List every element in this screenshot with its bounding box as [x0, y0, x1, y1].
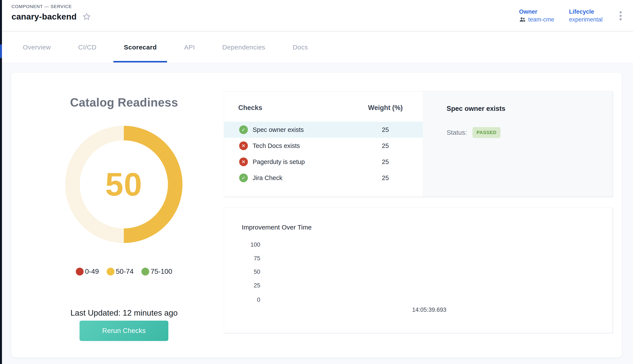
- favorite-star-icon[interactable]: [82, 12, 91, 21]
- check-circle-icon: ✓: [239, 126, 248, 134]
- page-title: canary-backend: [12, 12, 77, 22]
- scorecard-card: Catalog Readiness 50 0-49 50-74 75-100 L…: [11, 73, 622, 358]
- lifecycle-value: experimental: [569, 16, 602, 24]
- check-circle-icon: ✓: [239, 174, 248, 182]
- legend-dot-red: [76, 268, 84, 276]
- tab-dependencies[interactable]: Dependencies: [212, 32, 276, 62]
- kebab-menu-icon[interactable]: [617, 10, 624, 22]
- status-badge: PASSED: [473, 127, 500, 138]
- owner-label: Owner: [519, 8, 554, 15]
- x-circle-icon: ✕: [239, 158, 248, 166]
- legend-dot-green: [141, 268, 149, 276]
- legend-item-mid: 50-74: [107, 268, 134, 276]
- last-updated-text: Last Updated: 12 minutes ago: [11, 308, 237, 318]
- lifecycle-label: Lifecycle: [569, 8, 602, 15]
- improvement-chart-panel: Improvement Over Time 100 75 50 25 0 14:…: [224, 207, 612, 333]
- checks-table-header: Checks Weight (%): [224, 104, 423, 115]
- tab-overview[interactable]: Overview: [12, 32, 61, 62]
- chart-title: Improvement Over Time: [242, 224, 312, 231]
- legend-item-high: 75-100: [141, 268, 172, 276]
- active-tab-underline: [113, 61, 167, 62]
- score-gauge: 50: [65, 126, 182, 243]
- check-row-jira[interactable]: ✓ Jira Check 25: [224, 170, 423, 186]
- y-axis-tick: 100: [224, 241, 260, 248]
- legend-item-low: 0-49: [76, 268, 99, 276]
- scorecard-title: Catalog Readiness: [11, 96, 237, 109]
- checks-table: ✓ Spec owner exists 25 ✕ Tech Docs exist…: [224, 122, 423, 186]
- tab-cicd[interactable]: CI/CD: [68, 32, 107, 62]
- users-icon: [519, 16, 526, 23]
- lifecycle-block: Lifecycle experimental: [569, 8, 602, 24]
- y-axis-tick: 0: [224, 296, 260, 303]
- checks-panel: Spec owner exists Status: PASSED Checks …: [224, 91, 612, 197]
- score-value: 50: [65, 126, 182, 243]
- y-axis-tick: 50: [224, 268, 260, 275]
- y-axis-tick: 25: [224, 282, 260, 289]
- entity-tabs: Overview CI/CD Scorecard API Dependencie…: [2, 32, 633, 62]
- weight-column-header: Weight (%): [353, 104, 418, 112]
- tab-api[interactable]: API: [173, 32, 205, 62]
- check-detail-panel: Spec owner exists Status: PASSED: [423, 91, 612, 196]
- rerun-checks-button[interactable]: Rerun Checks: [80, 320, 168, 341]
- x-axis-tick: 14:05:39.693: [386, 306, 473, 313]
- entity-header: COMPONENT — SERVICE canary-backend Owner…: [2, 0, 633, 32]
- check-row-pagerduty[interactable]: ✕ Pagerduty is setup 25: [224, 154, 423, 170]
- check-row-tech-docs[interactable]: ✕ Tech Docs exists 25: [224, 138, 423, 154]
- status-label: Status:: [447, 129, 467, 136]
- sidebar-active-indicator: [0, 44, 2, 58]
- sidebar-rail: [0, 0, 2, 364]
- y-axis-tick: 75: [224, 255, 260, 262]
- tab-scorecard[interactable]: Scorecard: [113, 32, 167, 62]
- score-legend: 0-49 50-74 75-100: [11, 268, 237, 276]
- breadcrumb: COMPONENT — SERVICE: [12, 4, 91, 9]
- check-row-spec-owner[interactable]: ✓ Spec owner exists 25: [224, 122, 423, 138]
- checks-column-header: Checks: [238, 104, 262, 112]
- tab-docs[interactable]: Docs: [282, 32, 318, 62]
- owner-link[interactable]: team-cme: [528, 16, 554, 24]
- owner-block: Owner team-cme: [519, 8, 554, 24]
- check-detail-title: Spec owner exists: [447, 105, 506, 112]
- x-circle-icon: ✕: [239, 142, 248, 150]
- legend-dot-yellow: [107, 268, 114, 276]
